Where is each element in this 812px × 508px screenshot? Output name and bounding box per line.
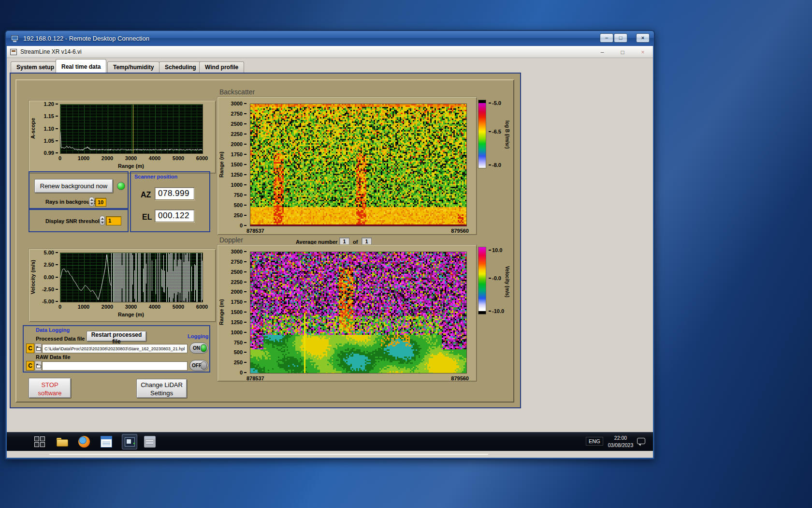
- velocity-x-axis-label: Range (m): [60, 312, 202, 317]
- doppler-y-axis-label: Range (m): [218, 252, 224, 373]
- rdp-maximize-button[interactable]: □: [614, 33, 627, 43]
- a-scope-x-axis: 0100020003000400050006000: [60, 155, 202, 162]
- velocity-graph-group: 5.002.500.00-2.50-5.00 Velocity (m/s) 01…: [29, 249, 216, 322]
- restart-processed-file-button[interactable]: Restart processed file: [87, 331, 146, 342]
- snr-value-field[interactable]: 1: [106, 216, 121, 225]
- streamline-app-taskbar-button[interactable]: [122, 434, 137, 449]
- taskbar-edge-line: [49, 454, 488, 455]
- backscatter-y-axis: 3000275025002250200017501500125010007505…: [224, 101, 246, 223]
- taskbar-time: 22:00: [605, 434, 636, 442]
- doppler-graph-group: 3000275025002250200017501500125010007505…: [217, 244, 477, 382]
- raw-path-field[interactable]: [42, 361, 188, 371]
- rdp-titlebar[interactable]: 192.168.0.122 - Remote Desktop Connectio…: [6, 31, 654, 46]
- app-restore-button[interactable]: □: [619, 49, 626, 56]
- firefox-icon[interactable]: [78, 436, 90, 448]
- stop-software-button[interactable]: STOP software: [29, 378, 71, 398]
- tab-temp-humidity[interactable]: Temp/humidity: [107, 61, 160, 73]
- data-logging-box: Data Logging Processed Data file Restart…: [23, 325, 210, 373]
- a-scope-plot[interactable]: [60, 104, 203, 154]
- rays-value-field[interactable]: 10: [95, 198, 106, 207]
- backscatter-title: Backscatter: [219, 88, 255, 96]
- background-controls-box: Renew background now Rays in background …: [29, 171, 129, 209]
- streamline-app-icon: [125, 437, 135, 447]
- raw-drive-box[interactable]: C: [26, 361, 34, 371]
- stop-line1: STOP: [41, 381, 58, 388]
- rdp-client-area: StreamLine XR v14-6.vi – □ × System setu…: [7, 46, 653, 458]
- el-value-field[interactable]: 000.122: [155, 209, 194, 222]
- backscatter-colorbar: [478, 100, 486, 168]
- task-view-icon[interactable]: [34, 436, 45, 448]
- tab-strip: System setup Real time data Temp/humidit…: [7, 58, 653, 73]
- document-app-icon[interactable]: [101, 436, 112, 448]
- rdp-computer-icon: [11, 35, 19, 42]
- data-logging-title: Data Logging: [36, 327, 70, 333]
- rdp-window-title: 192.168.0.122 - Remote Desktop Connectio…: [23, 35, 149, 42]
- snr-spinner[interactable]: [100, 216, 105, 225]
- a-scope-graph-group: 1.201.151.101.050.99 A-scope 01000200030…: [29, 100, 216, 174]
- raw-logging-toggle[interactable]: OFF: [189, 360, 208, 371]
- tab-system-setup[interactable]: System setup: [11, 61, 60, 73]
- scan-scheduler-taskbar-button[interactable]: [144, 436, 156, 448]
- backscatter-x-axis: 878537 879560: [246, 228, 469, 234]
- rdp-minimize-button[interactable]: –: [600, 33, 613, 43]
- real-time-data-panel: 1.201.151.101.050.99 A-scope 01000200030…: [10, 73, 521, 408]
- a-scope-y-axis: 1.201.151.101.050.99: [37, 101, 58, 150]
- processed-browse-icon[interactable]: [35, 344, 42, 353]
- renew-background-button[interactable]: Renew background now: [34, 179, 113, 193]
- processed-logging-toggle[interactable]: ON: [189, 343, 208, 354]
- taskbar-date: 03/08/2023: [605, 442, 636, 449]
- velocity-y-axis-label: Velocity (m/s): [30, 253, 36, 301]
- app-close-button[interactable]: ×: [639, 49, 646, 56]
- tab-wind-profile[interactable]: Wind profile: [199, 61, 244, 73]
- notification-bubble-icon[interactable]: [637, 438, 645, 444]
- scanner-position-box: Scanner position AZ 078.999 EL 000.122: [130, 171, 210, 232]
- taskbar-clock[interactable]: 22:00 03/08/2023: [605, 434, 636, 449]
- change-line1: Change LiDAR: [141, 381, 183, 388]
- doppler-x-axis: 878537 879560: [246, 375, 469, 381]
- backscatter-graph-group: 3000275025002250200017501500125010007505…: [217, 97, 477, 235]
- rdp-close-button[interactable]: ×: [636, 33, 650, 43]
- panel-pane: 1.201.151.101.050.99 A-scope 01000200030…: [15, 79, 514, 403]
- a-scope-x-axis-label: Range (m): [60, 163, 202, 169]
- snr-threshold-label: Display SNR threshold: [45, 218, 103, 224]
- doppler-title: Doppler: [219, 236, 243, 244]
- rays-spinner[interactable]: [89, 197, 94, 207]
- doppler-y-axis: 3000275025002250200017501500125010007505…: [224, 249, 246, 370]
- renew-background-led: [117, 182, 125, 190]
- backscatter-colorbar-label: log B (/m/sr): [505, 105, 510, 164]
- el-label: EL: [142, 213, 152, 222]
- tab-real-time-data[interactable]: Real time data: [56, 59, 106, 73]
- velocity-x-axis: 0100020003000400050006000: [60, 304, 202, 311]
- processed-toggle-label: ON: [193, 345, 200, 351]
- change-lidar-settings-button[interactable]: Change LiDAR Settings: [136, 379, 187, 398]
- app-minimize-button[interactable]: –: [599, 49, 606, 56]
- processed-path-field[interactable]: C:\Lidar\Data\Proc\2023\202308\20230803\…: [42, 344, 188, 353]
- scanner-position-title: Scanner position: [134, 174, 177, 179]
- tab-scheduling[interactable]: Scheduling: [159, 61, 202, 73]
- remote-taskbar: ENG 22:00 03/08/2023: [7, 432, 653, 451]
- logging-label: Logging: [188, 333, 208, 339]
- az-label: AZ: [141, 191, 151, 199]
- processed-drive-box[interactable]: C: [26, 344, 34, 353]
- change-line2: Settings: [150, 389, 173, 397]
- language-indicator[interactable]: ENG: [586, 437, 603, 446]
- raw-toggle-nub: [201, 361, 207, 370]
- backscatter-heatmap: [250, 104, 467, 226]
- raw-toggle-label: OFF: [192, 363, 202, 368]
- a-scope-y-axis-label: A-scope: [30, 104, 36, 153]
- processed-toggle-nub: [201, 344, 207, 352]
- rdp-window: 192.168.0.122 - Remote Desktop Connectio…: [5, 30, 655, 460]
- raw-browse-icon[interactable]: [35, 361, 42, 371]
- stop-line2: software: [38, 389, 61, 397]
- app-titlebar[interactable]: StreamLine XR v14-6.vi – □ ×: [7, 46, 653, 58]
- doppler-heatmap: [250, 252, 467, 374]
- labview-vi-icon: [10, 49, 17, 55]
- doppler-colorbar-label: Velocity (m/s): [505, 253, 510, 311]
- file-explorer-icon[interactable]: [56, 436, 68, 448]
- az-value-field[interactable]: 078.999: [155, 187, 194, 200]
- velocity-y-axis: 5.002.500.00-2.50-5.00: [37, 250, 58, 299]
- snr-threshold-box: Display SNR threshold 1: [29, 209, 129, 232]
- backscatter-x-start: 878537: [246, 228, 264, 234]
- velocity-plot[interactable]: [60, 253, 203, 302]
- doppler-x-start: 878537: [246, 375, 264, 381]
